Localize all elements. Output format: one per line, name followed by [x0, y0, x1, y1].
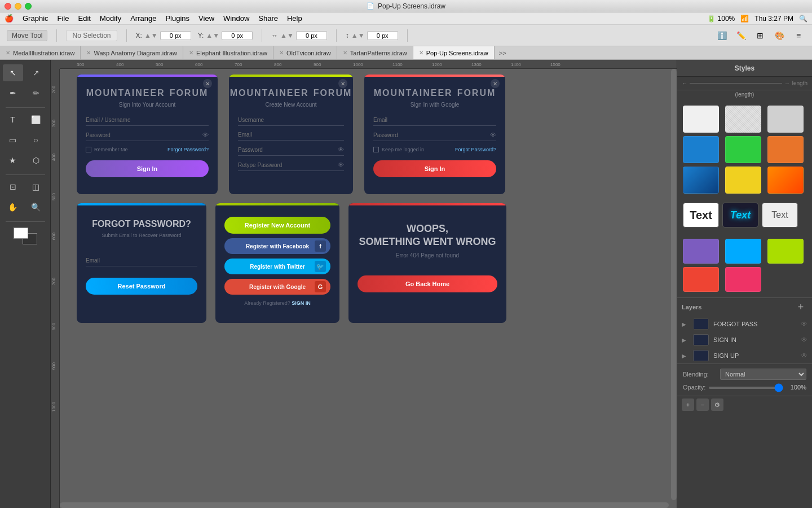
- go-back-home-button[interactable]: Go Back Home: [358, 275, 497, 292]
- x-stepper-down[interactable]: ▲▼: [144, 32, 158, 40]
- menu-help[interactable]: Help: [287, 14, 302, 23]
- text-swatch-plain[interactable]: Text: [762, 203, 798, 227]
- signin-google-button[interactable]: Sign In: [373, 160, 496, 177]
- swatch-orange[interactable]: [767, 136, 804, 163]
- tab-popup[interactable]: ✕ Pop-Up Screens.idraw: [413, 46, 495, 59]
- swatch-white1[interactable]: [683, 106, 719, 133]
- swatch-white3[interactable]: [767, 106, 804, 133]
- layers-icon[interactable]: ≡: [792, 29, 805, 42]
- register-facebook-button[interactable]: Register with Facebook f: [224, 238, 330, 254]
- tab-popup-close[interactable]: ✕: [419, 50, 423, 56]
- signin-google-close-btn[interactable]: ✕: [491, 79, 500, 88]
- tool-circle[interactable]: ○: [26, 132, 46, 148]
- tab-elephant-close[interactable]: ✕: [189, 50, 193, 56]
- layer-forgot[interactable]: ▶ FORGOT PASS 👁: [677, 316, 812, 332]
- tool-polygon[interactable]: ⬡: [26, 152, 46, 169]
- height-input[interactable]: [367, 31, 398, 40]
- menu-arrange[interactable]: Arrange: [130, 14, 156, 23]
- tool-star[interactable]: ★: [3, 152, 23, 169]
- signin-close-btn[interactable]: ✕: [203, 79, 212, 88]
- menu-window[interactable]: Window: [223, 14, 249, 23]
- google-remember-checkbox[interactable]: [373, 147, 379, 152]
- swatch-purple[interactable]: [683, 239, 719, 264]
- tab-wasp-close[interactable]: ✕: [86, 50, 91, 56]
- layer-forgot-expand[interactable]: ▶: [682, 321, 689, 327]
- tab-medal[interactable]: ✕ MedalIllustration.idraw: [0, 46, 81, 59]
- scrollbar-vertical[interactable]: [671, 69, 677, 500]
- layer-signup[interactable]: ▶ SIGN UP 👁: [677, 348, 812, 364]
- add-style-button[interactable]: +: [682, 398, 694, 411]
- menu-edit[interactable]: Edit: [78, 14, 90, 23]
- tab-wasp[interactable]: ✕ Wasp Anatomy Diagram.idraw: [81, 46, 183, 59]
- signin-password-input[interactable]: [86, 132, 202, 138]
- swatch-blue[interactable]: [683, 136, 719, 163]
- swatch-cyan[interactable]: [725, 239, 761, 264]
- reset-password-button[interactable]: Reset Password: [86, 278, 197, 295]
- blending-select[interactable]: Normal: [720, 369, 806, 380]
- layer-signin[interactable]: ▶ SIGN IN 👁: [677, 332, 812, 348]
- register-twitter-button[interactable]: Register with Twitter 🐦: [224, 259, 330, 274]
- search-icon[interactable]: 🔍: [799, 15, 807, 23]
- signup-close-btn[interactable]: ✕: [338, 79, 347, 88]
- close-button[interactable]: [5, 3, 11, 10]
- maximize-button[interactable]: [25, 3, 32, 10]
- tab-tv-close[interactable]: ✕: [279, 50, 284, 56]
- tool-pencil[interactable]: ✏: [26, 85, 46, 102]
- menu-share[interactable]: Share: [258, 14, 278, 23]
- tab-medal-close[interactable]: ✕: [6, 50, 10, 56]
- register-google-button[interactable]: Register with Google G: [224, 279, 330, 295]
- h-stepper[interactable]: ▲▼: [351, 32, 365, 40]
- swatch-lime[interactable]: [767, 239, 804, 264]
- register-new-account-button[interactable]: Register New Account: [224, 217, 330, 234]
- swatch-blue-grad[interactable]: [683, 167, 719, 194]
- google-email-input[interactable]: [373, 117, 496, 123]
- layer-signup-visibility[interactable]: 👁: [801, 352, 807, 360]
- tool-pen[interactable]: ✒: [3, 85, 23, 102]
- signin-forgot-link[interactable]: Forgot Password?: [167, 147, 209, 152]
- signin-password-field[interactable]: 👁: [86, 132, 209, 141]
- minus-style-button[interactable]: −: [696, 398, 709, 411]
- forgot-email-field[interactable]: [86, 257, 197, 266]
- tool-gradient[interactable]: ◫: [26, 178, 46, 195]
- google-password-input[interactable]: [373, 132, 490, 138]
- tab-elephant[interactable]: ✕ Elephant Illustration.idraw: [183, 46, 273, 59]
- canvas-viewport[interactable]: ✕ MOUNTAINEER FORUM Sign Into Your Accou…: [60, 69, 677, 508]
- tab-tv[interactable]: ✕ OldTvicon.idraw: [273, 46, 337, 59]
- info-icon[interactable]: ℹ️: [715, 29, 729, 42]
- paint-icon[interactable]: 🎨: [773, 29, 786, 42]
- tool-text[interactable]: T: [3, 111, 23, 128]
- signup-username-input[interactable]: [238, 117, 344, 123]
- signup-password-field[interactable]: 👁: [238, 146, 344, 156]
- minimize-button[interactable]: [15, 3, 21, 10]
- tool-node-select[interactable]: ↗: [26, 64, 46, 81]
- settings-style-button[interactable]: ⚙: [711, 398, 723, 411]
- google-password-field[interactable]: 👁: [373, 132, 496, 141]
- signup-password-eye[interactable]: 👁: [338, 146, 344, 153]
- signin-eye-icon[interactable]: 👁: [202, 132, 209, 138]
- opacity-slider[interactable]: [709, 387, 783, 389]
- tab-tartan[interactable]: ✕ TartanPatterns.idraw: [337, 46, 413, 59]
- text-swatch-styled[interactable]: Text: [722, 203, 758, 227]
- tool-rect[interactable]: ▭: [3, 132, 23, 148]
- x-input[interactable]: [160, 31, 191, 40]
- tool-crop[interactable]: ⊡: [3, 178, 23, 195]
- tool-zoom[interactable]: 🔍: [26, 199, 46, 216]
- text-swatch-bold[interactable]: Text: [683, 203, 719, 227]
- signup-retype-field[interactable]: 👁: [238, 161, 344, 171]
- signup-password-input[interactable]: [238, 147, 338, 153]
- signin-email-field[interactable]: [86, 117, 209, 126]
- swatch-red[interactable]: [683, 267, 719, 292]
- layer-signup-expand[interactable]: ▶: [682, 353, 689, 359]
- menu-view[interactable]: View: [198, 14, 214, 23]
- tool-hand[interactable]: ✋: [3, 199, 23, 216]
- signin-button[interactable]: Sign In: [86, 160, 209, 177]
- grid-icon[interactable]: ⊞: [753, 29, 767, 42]
- layer-forgot-visibility[interactable]: 👁: [801, 320, 807, 328]
- tool-image[interactable]: ⬜: [26, 111, 46, 128]
- y-stepper-down[interactable]: ▲▼: [206, 32, 219, 40]
- swatch-pink[interactable]: [725, 267, 761, 292]
- signup-email-field[interactable]: [238, 132, 344, 141]
- menu-graphic[interactable]: Graphic: [23, 14, 48, 23]
- signin-email-input[interactable]: [86, 117, 209, 123]
- signin-link[interactable]: SIGN IN: [292, 300, 311, 306]
